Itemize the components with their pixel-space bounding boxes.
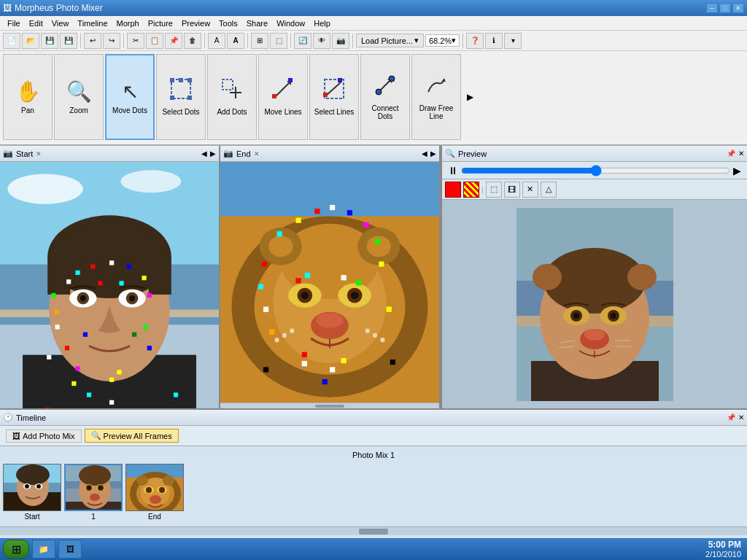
separator-1 [80,34,81,48]
end-panel-close[interactable]: ✕ [254,150,260,158]
move-dots-tool-button[interactable]: ↖ Move Dots [105,54,155,140]
save-button[interactable]: 💾 [41,33,58,49]
select-lines-tool-button[interactable]: Select Lines [309,54,359,140]
menu-view[interactable]: View [47,18,74,29]
load-picture-button[interactable]: Load Picture... ▾ [356,34,424,47]
tools-overflow-button[interactable]: ▶ [462,54,477,140]
bold-button[interactable]: A [227,33,244,49]
svg-rect-64 [109,378,114,382]
svg-point-162 [136,475,148,486]
info-button[interactable]: ℹ [485,33,503,49]
menu-window[interactable]: Window [272,18,309,29]
end-panel: 📷 End ✕ ◀ ▶ [220,146,441,408]
copy-button[interactable]: 📋 [146,33,163,49]
add-dots-tool-button[interactable]: Add Dots [207,54,257,140]
timeline-scrollbar[interactable] [0,526,747,535]
svg-rect-101 [269,330,274,335]
load-picture-label: Load Picture... [361,36,413,45]
preview-play-icon[interactable]: ⏸ [448,165,458,176]
menu-picture[interactable]: Picture [144,18,177,29]
preview-delete-icon[interactable]: ✕ [522,182,538,198]
minimize-button[interactable]: ─ [706,3,718,13]
connect-dots-tool-button[interactable]: Connect Dots [360,54,410,140]
select-all-button[interactable]: ⬚ [270,33,287,49]
pan-tool-button[interactable]: ✋ Pan [3,54,53,140]
menu-morph[interactable]: Morph [112,18,144,29]
photo-mix-label: Photo Mix 1 [3,449,744,461]
start-button[interactable]: ⊞ [3,540,29,559]
close-button[interactable]: ✕ [732,3,744,13]
add-photo-mix-button[interactable]: 🖼 Add Photo Mix [6,429,82,443]
menu-help[interactable]: Help [309,18,335,29]
maximize-button[interactable]: □ [719,3,731,13]
preview-play-forward-icon[interactable]: ▶ [733,165,741,176]
frame-end-thumb[interactable] [125,464,184,511]
preview-frame-icon[interactable]: ⬚ [486,182,502,198]
app-title: Morpheus Photo Mixer [15,3,103,13]
menu-edit[interactable]: Edit [25,18,47,29]
menu-share[interactable]: Share [242,18,272,29]
menu-timeline[interactable]: Timeline [73,18,112,29]
end-panel-icon: 📷 [223,149,233,158]
start-panel-prev[interactable]: ◀ [201,149,207,158]
svg-point-125 [573,313,579,319]
move-lines-tool-button[interactable]: Move Lines [258,54,308,140]
extra-button[interactable]: ▾ [504,33,522,49]
preview-color-red[interactable] [445,182,461,198]
end-panel-prev[interactable]: ◀ [422,149,427,158]
svg-point-24 [121,170,182,192]
zoom-dropdown-icon[interactable]: ▾ [452,36,456,45]
menu-tools[interactable]: Tools [214,18,242,29]
menu-file[interactable]: File [3,18,25,29]
open-button[interactable]: 📂 [22,33,39,49]
eye-button[interactable]: 👁 [313,33,330,49]
separator-2 [123,34,124,48]
svg-line-14 [326,82,341,96]
end-panel-next[interactable]: ▶ [430,149,436,158]
preview-all-frames-button[interactable]: 🔍 Preview All Frames [85,429,179,443]
end-panel-header: 📷 End ✕ ◀ ▶ [220,146,439,162]
preview-film-icon[interactable]: 🎞 [504,182,520,198]
save-as-button[interactable]: 💾 [60,33,77,49]
start-panel-next[interactable]: ▶ [210,149,216,158]
preview-color-pattern[interactable] [463,182,479,198]
preview-slider[interactable] [461,165,730,176]
preview-pin-button[interactable]: 📌 [727,149,735,158]
svg-point-168 [150,495,161,504]
frame-start-image [4,464,61,511]
timeline-scroll-thumb[interactable] [359,529,388,534]
svg-rect-113 [390,359,395,365]
undo-button[interactable]: ↩ [84,33,101,49]
frame-start-thumb[interactable] [3,464,61,511]
grid-button[interactable]: ⊞ [251,33,268,49]
load-picture-dropdown-icon[interactable]: ▾ [414,36,419,45]
svg-rect-58 [83,332,88,337]
morpheus-taskbar-button[interactable]: 🖼 [58,540,82,559]
timeline-close-button[interactable]: ✕ [738,413,744,421]
draw-free-line-tool-button[interactable]: Draw Free Line [411,54,461,140]
preview-morphed-image [516,208,673,401]
cut-button[interactable]: ✂ [127,33,144,49]
new-button[interactable]: 📄 [3,33,20,49]
svg-point-77 [301,292,309,299]
redo-button[interactable]: ↪ [103,33,120,49]
select-dots-tool-button[interactable]: Select Dots [156,54,206,140]
start-panel-close[interactable]: ✕ [36,150,42,158]
morph-tool-button[interactable]: 🔄 [294,33,311,49]
preview-close-button[interactable]: ✕ [738,149,744,158]
delete-button[interactable]: 🗑 [184,33,201,49]
end-panel-scroll-thumb[interactable] [315,405,344,408]
camera-button[interactable]: 📷 [332,33,349,49]
text-button[interactable]: A [208,33,225,49]
paste-button[interactable]: 📌 [165,33,182,49]
file-explorer-button[interactable]: 📁 [32,540,55,559]
preview-triangle-icon[interactable]: △ [541,182,557,198]
zoom-tool-button[interactable]: 🔍 Zoom [54,54,104,140]
start-panel-header: 📷 Start ✕ ◀ ▶ [0,146,219,162]
timeline-pin-button[interactable]: 📌 [727,413,735,421]
end-panel-scrollbar[interactable] [220,402,439,408]
frame-1-thumb[interactable] [64,464,123,511]
svg-rect-53 [47,355,51,359]
help-button[interactable]: ❓ [466,33,484,49]
menu-preview[interactable]: Preview [177,18,214,29]
